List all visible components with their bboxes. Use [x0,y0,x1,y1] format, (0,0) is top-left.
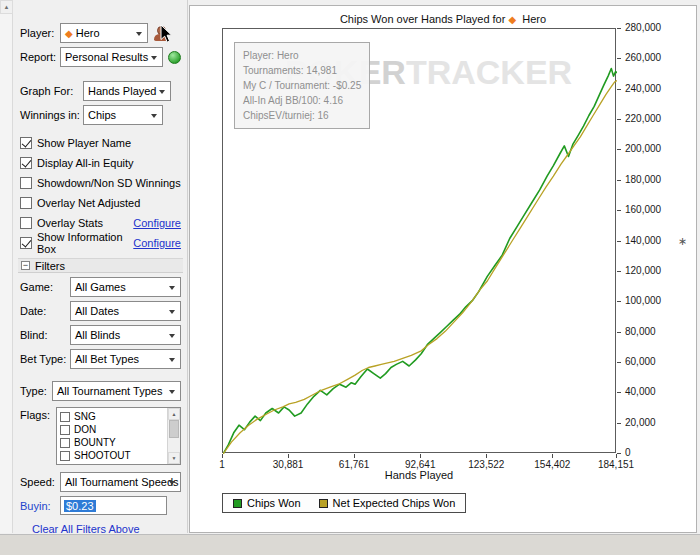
checkbox-row-overlay-stats[interactable]: Overlay Stats Configure [20,213,181,233]
y-tick-label: 40,000 [625,386,656,397]
player-select[interactable]: ◆ Hero [60,23,148,43]
buyin-input[interactable]: $0.23 [60,496,167,515]
game-filter-row: Game: All Games [20,277,181,297]
date-label: Date: [20,305,70,317]
plot-area[interactable]: POKERTRACKER Player: Hero Tournaments: 1… [222,28,616,453]
report-row: Report: Personal Results [20,47,181,67]
show-info-box-configure-link[interactable]: Configure [133,237,181,249]
filters-header-label: Filters [35,260,65,272]
x-tick [552,454,553,458]
overlay-net-adjusted-checkbox[interactable] [20,197,32,209]
scroll-up-icon[interactable]: ▲ [0,0,13,14]
winnings-label: Winnings in: [20,109,83,121]
graph-for-row: Graph For: Hands Played [20,81,181,101]
y-tick [617,58,621,59]
x-tick-label: 184,151 [598,459,634,470]
speed-value: All Tournament Speeds [65,476,179,488]
x-tick [222,454,223,458]
showdown-checkbox[interactable] [20,177,32,189]
blind-label: Blind: [20,329,70,341]
buyin-selected-text: $0.23 [64,500,96,512]
overlay-stats-configure-link[interactable]: Configure [133,217,181,229]
y-tick-label: 120,000 [625,265,661,276]
flag-item[interactable]: SHOOTOUT [60,449,164,462]
flags-scroll-up-icon[interactable]: ▲ [168,408,180,420]
y-tick-label: 20,000 [625,417,656,428]
flag-checkbox[interactable] [60,451,70,461]
display-allin-equity-checkbox[interactable] [20,157,32,169]
chart-title: Chips Won over Hands Played for ◆ Hero [190,13,696,25]
x-tick-label: 154,402 [534,459,570,470]
checkbox-row-show-info-box[interactable]: Show Information Box Configure [20,233,181,253]
show-player-name-checkbox[interactable] [20,137,32,149]
filters-section-header[interactable]: Filters [18,258,183,273]
y-tick-label: 140,000 [625,235,661,246]
x-axis-title: Hands Played [385,469,454,481]
y-tick-label: 180,000 [625,174,661,185]
chart-title-text: Chips Won over Hands Played for [340,13,506,25]
y-tick-label: 240,000 [625,83,661,94]
chart-legend: Chips Won Net Expected Chips Won [222,493,466,513]
net-expected-swatch [319,499,328,508]
x-tick-label: 30,881 [273,459,304,470]
winnings-select[interactable]: Chips [83,105,163,125]
show-info-box-checkbox[interactable] [20,237,32,249]
y-tick [617,271,621,272]
checkbox-row-overlay-net-adjusted[interactable]: Overlay Net Adjusted [20,193,181,213]
y-tick-label: 60,000 [625,356,656,367]
blind-select[interactable]: All Blinds [70,325,181,345]
flags-scroll-down-icon[interactable]: ▼ [168,452,180,464]
flags-scroll-thumb[interactable] [169,420,179,438]
bet-type-select[interactable]: All Bet Types [70,349,181,369]
x-tick [486,454,487,458]
splitter-handle-icon[interactable]: ∗ [678,235,687,248]
flags-scrollbar[interactable]: ▲ ▼ [167,408,180,464]
checkbox-row-show-player-name[interactable]: Show Player Name [20,133,181,153]
y-tick [617,392,621,393]
checkbox-row-display-allin-equity[interactable]: Display All-in Equity [20,153,181,173]
graph-for-select[interactable]: Hands Played [83,81,171,101]
game-select[interactable]: All Games [70,277,181,297]
flag-checkbox[interactable] [60,412,70,422]
flags-listbox[interactable]: SNGDONBOUNTYSHOOTOUT ▲ ▼ [56,407,181,465]
y-tick-label: 160,000 [625,204,661,215]
flag-label: DON [74,424,96,435]
y-tick [617,241,621,242]
flag-checkbox[interactable] [60,438,70,448]
graph-for-label: Graph For: [20,85,83,97]
chips-won-swatch [233,499,242,508]
chips-won-legend-label: Chips Won [247,497,301,509]
overlay-stats-checkbox[interactable] [20,217,32,229]
info-line: ChipsEV/turniej: 16 [243,108,361,123]
filter-sidebar: Player: ◆ Hero Report: Personal Results … [14,0,188,533]
bet-type-label: Bet Type: [20,353,70,365]
buyin-filter-row: Buyin: $0.23 [20,496,181,515]
flag-label: BOUNTY [74,437,116,448]
mouse-cursor-icon [160,24,173,44]
overlay-stats-label: Overlay Stats [37,217,103,229]
flag-checkbox[interactable] [60,425,70,435]
report-select-value: Personal Results [65,51,148,63]
blind-filter-row: Blind: All Blinds [20,325,181,345]
flag-item[interactable]: BOUNTY [60,436,164,449]
checkbox-row-showdown[interactable]: Showdown/Non SD Winnings [20,173,181,193]
y-tick-label: 260,000 [625,52,661,63]
flag-item[interactable]: DON [60,423,164,436]
date-select[interactable]: All Dates [70,301,181,321]
buyin-label: Buyin: [20,500,60,512]
y-tick [617,362,621,363]
report-refresh-icon[interactable] [168,51,181,64]
info-line: All-In Adj BB/100: 4.16 [243,93,361,108]
blind-value: All Blinds [75,329,120,341]
report-select[interactable]: Personal Results [60,47,163,67]
type-select[interactable]: All Tournament Types [52,381,181,401]
flags-label: Flags: [20,409,56,421]
chart-panel: Chips Won over Hands Played for ◆ Hero P… [189,5,697,533]
legend-item-net-expected: Net Expected Chips Won [319,497,456,509]
bet-type-filter-row: Bet Type: All Bet Types [20,349,181,369]
flag-item[interactable]: SNG [60,410,164,423]
display-allin-equity-label: Display All-in Equity [37,157,134,169]
left-scrollbar[interactable]: ▲ [0,0,13,533]
speed-select[interactable]: All Tournament Speeds [60,472,181,492]
collapse-icon[interactable] [21,261,30,270]
